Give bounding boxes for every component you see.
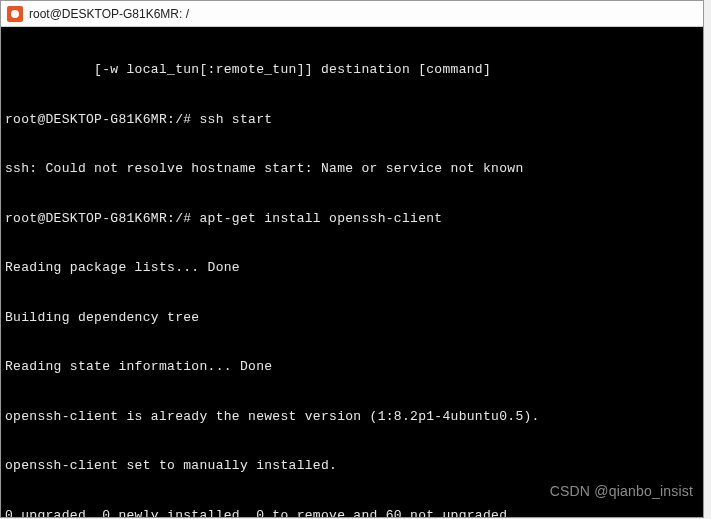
terminal-line: Reading state information... Done [5,359,699,376]
watermark-text: CSDN @qianbo_insist [550,483,693,499]
terminal-area[interactable]: [-w local_tun[:remote_tun]] destination … [1,27,703,517]
titlebar[interactable]: root@DESKTOP-G81K6MR: / [1,1,703,27]
terminal-line: openssh-client is already the newest ver… [5,409,699,426]
terminal-line: ssh: Could not resolve hostname start: N… [5,161,699,178]
terminal-line: Reading package lists... Done [5,260,699,277]
terminal-line: openssh-client set to manually installed… [5,458,699,475]
ubuntu-icon [7,6,23,22]
terminal-line: [-w local_tun[:remote_tun]] destination … [5,62,699,79]
terminal-line: root@DESKTOP-G81K6MR:/# apt-get install … [5,211,699,228]
window-frame: root@DESKTOP-G81K6MR: / [-w local_tun[:r… [0,0,704,518]
terminal-line: 0 upgraded, 0 newly installed, 0 to remo… [5,508,699,518]
terminal-line: root@DESKTOP-G81K6MR:/# ssh start [5,112,699,129]
terminal-line: Building dependency tree [5,310,699,327]
window-title: root@DESKTOP-G81K6MR: / [29,7,189,21]
